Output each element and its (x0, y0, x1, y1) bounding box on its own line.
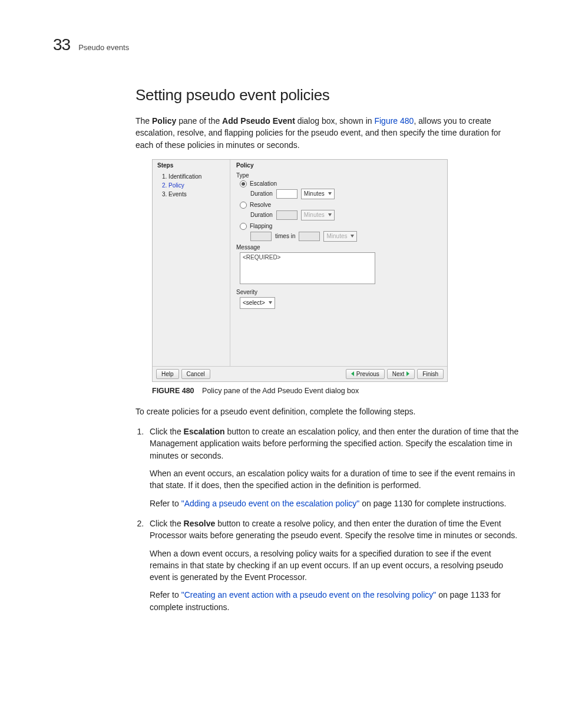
flapping-unit-select[interactable]: Minutes (323, 231, 357, 242)
radio-escalation[interactable]: Escalation (240, 180, 441, 187)
radio-escalation-label: Escalation (250, 180, 277, 187)
duration-label: Duration (250, 190, 273, 197)
step2-text: Click the (150, 519, 184, 528)
step2-bold-resolve: Resolve (184, 519, 216, 528)
message-label: Message (236, 244, 441, 251)
resolve-duration-input[interactable] (276, 210, 297, 220)
dialog-footer: Help Cancel Previous Next Finish (153, 366, 447, 381)
chevron-down-icon (269, 301, 272, 304)
chevron-down-icon (328, 192, 332, 195)
times-in-label: times in (275, 233, 295, 239)
figure-caption-text: Policy pane of the Add Pseudo Event dial… (202, 387, 359, 395)
step1-text: Click the (150, 427, 184, 436)
resolve-duration-row: Duration Minutes (250, 210, 441, 220)
duration-label: Duration (250, 212, 273, 218)
escalation-duration-input[interactable] (276, 189, 297, 199)
previous-button[interactable]: Previous (346, 369, 385, 379)
intro-bold-addpseudo: Add Pseudo Event (222, 116, 295, 126)
help-button[interactable]: Help (156, 369, 179, 379)
intro-text: pane of the (176, 116, 222, 126)
step-events[interactable]: 3. Events (157, 190, 225, 199)
chevron-down-icon (351, 235, 354, 238)
refer-text: Refer to (150, 590, 181, 599)
unit-value: Minutes (326, 233, 347, 239)
dialog-steps-pane: Steps 1. Identification 2. Policy 3. Eve… (153, 160, 230, 366)
intro-text: The (135, 116, 152, 126)
message-textarea[interactable]: <REQUIRED> (240, 252, 375, 284)
arrow-left-icon (351, 371, 354, 376)
unit-value: Minutes (304, 212, 325, 218)
step-2: Click the Resolve button to create a res… (146, 518, 521, 613)
step1-refer: Refer to "Adding a pseudo event on the e… (150, 498, 521, 509)
radio-unselected-icon (240, 223, 247, 230)
running-head: 33 Pseudo events (53, 35, 521, 54)
step2-refer: Refer to "Creating an event action with … (150, 589, 521, 613)
step2-para2: When a down event occurs, a resolving po… (150, 548, 521, 584)
add-pseudo-event-dialog: Steps 1. Identification 2. Policy 3. Eve… (152, 159, 448, 382)
flapping-row: times in Minutes (250, 231, 441, 242)
figure-caption: FIGURE 480 Policy pane of the Add Pseudo… (152, 387, 521, 395)
policy-title: Policy (236, 162, 441, 169)
refer-link-escalation[interactable]: "Adding a pseudo event on the escalation… (181, 499, 360, 508)
refer-text: on page 1130 for complete instructions. (359, 499, 506, 508)
lead-in: To create policies for a pseudo event de… (135, 406, 521, 417)
next-button-label: Next (392, 371, 405, 377)
figure-xref[interactable]: Figure 480 (374, 116, 414, 126)
escalation-unit-select[interactable]: Minutes (301, 189, 335, 199)
chevron-down-icon (328, 213, 332, 216)
finish-button-label: Finish (422, 371, 438, 377)
unit-value: Minutes (304, 190, 325, 197)
figure-number: FIGURE 480 (152, 387, 194, 395)
step1-bold-escalation: Escalation (184, 427, 225, 436)
intro-text: dialog box, shown in (295, 116, 375, 126)
dialog-policy-pane: Policy Type Escalation Duration Minutes (230, 160, 447, 366)
step-policy[interactable]: 2. Policy (157, 181, 225, 190)
intro-bold-policy: Policy (152, 116, 176, 126)
type-label: Type (236, 172, 441, 179)
radio-flapping-label: Flapping (250, 223, 272, 229)
previous-button-label: Previous (356, 371, 379, 377)
next-button[interactable]: Next (387, 369, 415, 379)
message-placeholder: <REQUIRED> (243, 254, 280, 261)
steps-title: Steps (157, 162, 225, 169)
radio-unselected-icon (240, 202, 247, 209)
radio-resolve[interactable]: Resolve (240, 202, 441, 209)
severity-value: <select> (243, 299, 265, 306)
finish-button[interactable]: Finish (417, 369, 444, 379)
radio-flapping[interactable]: Flapping (240, 223, 441, 230)
step-1: Click the Escalation button to create an… (146, 426, 521, 509)
refer-link-resolving[interactable]: "Creating an event action with a pseudo … (181, 590, 437, 599)
step1-para2: When an event occurs, an escalation poli… (150, 467, 521, 492)
resolve-unit-select[interactable]: Minutes (301, 210, 335, 220)
flapping-count-input[interactable] (250, 232, 272, 241)
radio-resolve-label: Resolve (250, 202, 271, 208)
severity-label: Severity (236, 289, 441, 295)
cancel-button[interactable]: Cancel (181, 369, 210, 379)
flapping-duration-input[interactable] (299, 232, 320, 241)
chapter-number: 33 (53, 35, 70, 54)
intro-paragraph: The Policy pane of the Add Pseudo Event … (135, 115, 521, 151)
step-identification[interactable]: 1. Identification (157, 172, 225, 181)
running-head-text: Pseudo events (78, 43, 129, 52)
severity-select[interactable]: <select> (240, 297, 275, 309)
refer-text: Refer to (150, 499, 181, 508)
radio-selected-icon (240, 180, 247, 187)
section-heading: Setting pseudo event policies (135, 86, 521, 104)
help-button-label: Help (161, 371, 174, 377)
escalation-duration-row: Duration Minutes (250, 189, 441, 199)
arrow-right-icon (406, 371, 409, 376)
cancel-button-label: Cancel (187, 371, 205, 377)
